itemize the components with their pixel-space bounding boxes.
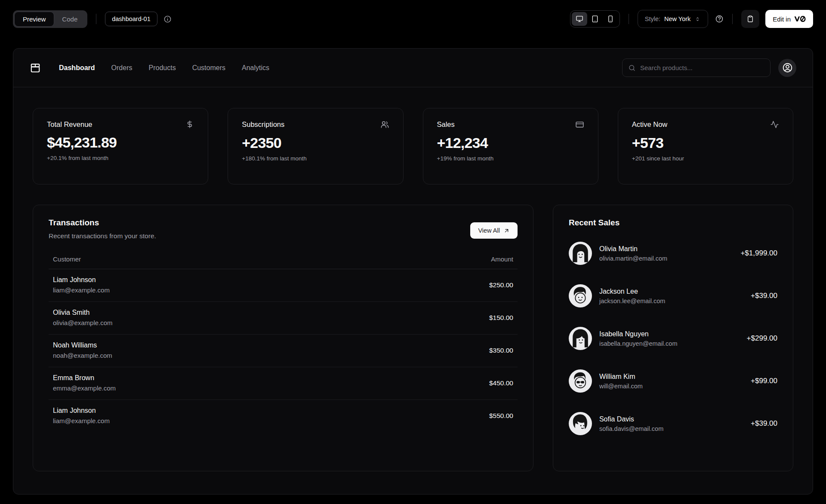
sale-amount: +$1,999.00 — [740, 249, 777, 258]
sale-customer-name: Olivia Martin — [599, 245, 667, 253]
v0-logo-icon — [794, 16, 806, 22]
arrow-up-right-icon — [503, 227, 510, 234]
search-box — [622, 58, 771, 77]
sale-customer-email: will@email.com — [599, 383, 643, 390]
table-row[interactable]: Olivia Smith olivia@example.com $150.00 — [49, 302, 518, 335]
customer-name: Emma Brown — [53, 374, 116, 382]
toolbar-right: Style: New York Edit in — [570, 10, 813, 28]
block-name-badge[interactable]: dashboard-01 — [105, 12, 157, 26]
transactions-description: Recent transactions from your store. — [49, 232, 156, 240]
stat-change: +201 since last hour — [632, 155, 779, 162]
stat-value: +573 — [632, 135, 779, 151]
stat-title: Subscriptions — [242, 120, 284, 129]
preview-frame: Dashboard Orders Products Customers Anal… — [13, 48, 813, 495]
avatar — [569, 412, 592, 435]
column-customer: Customer — [53, 255, 81, 263]
table-row[interactable]: Noah Williams noah@example.com $350.00 — [49, 335, 518, 367]
activity-icon — [770, 120, 779, 129]
table-header-row: Customer Amount — [49, 255, 518, 269]
customer-name: Olivia Smith — [53, 309, 113, 317]
list-item[interactable]: William Kim will@email.com +$99.00 — [569, 369, 777, 393]
stat-cards: Total Revenue $45,231.89 +20.1% from las… — [33, 108, 793, 184]
tablet-icon[interactable] — [587, 12, 603, 26]
stat-title: Sales — [437, 120, 455, 129]
list-item[interactable]: Jackson Lee jackson.lee@email.com +$39.0… — [569, 284, 777, 307]
list-item[interactable]: Isabella Nguyen isabella.nguyen@email.co… — [569, 327, 777, 350]
transaction-amount: $350.00 — [489, 347, 513, 354]
transactions-title: Transactions — [49, 218, 156, 227]
stat-card-total-revenue: Total Revenue $45,231.89 +20.1% from las… — [33, 108, 208, 184]
code-tab[interactable]: Code — [54, 12, 86, 26]
sale-customer-name: Jackson Lee — [599, 288, 665, 295]
dashboard-content: Total Revenue $45,231.89 +20.1% from las… — [13, 87, 813, 471]
nav-link-customers[interactable]: Customers — [192, 64, 225, 72]
sale-customer-name: William Kim — [599, 373, 643, 381]
recent-sales-title: Recent Sales — [569, 218, 777, 227]
dollar-sign-icon — [185, 120, 194, 129]
stat-change: +19% from last month — [437, 155, 584, 162]
help-circle-icon[interactable] — [715, 15, 724, 23]
main-grid: Transactions Recent transactions from yo… — [33, 205, 793, 471]
credit-card-icon — [575, 120, 584, 129]
transaction-amount: $250.00 — [489, 281, 513, 289]
device-toggle-group — [570, 10, 620, 28]
customer-email: liam@example.com — [53, 286, 110, 294]
info-circle-icon[interactable] — [163, 15, 172, 23]
package-icon[interactable] — [30, 62, 41, 74]
view-all-button[interactable]: View All — [470, 222, 518, 239]
stat-title: Active Now — [632, 120, 668, 129]
transaction-amount: $150.00 — [489, 314, 513, 322]
list-item[interactable]: Olivia Martin olivia.martin@email.com +$… — [569, 242, 777, 265]
table-row[interactable]: Liam Johnson liam@example.com $550.00 — [49, 400, 518, 432]
edit-in-v0-button[interactable]: Edit in — [765, 10, 813, 28]
search-icon — [628, 64, 636, 72]
view-all-label: View All — [478, 227, 500, 234]
clipboard-icon[interactable] — [741, 10, 759, 28]
smartphone-icon[interactable] — [603, 12, 618, 26]
customer-name: Liam Johnson — [53, 407, 110, 415]
transactions-panel: Transactions Recent transactions from yo… — [33, 205, 533, 471]
navbar-right — [622, 58, 796, 77]
transactions-table: Customer Amount Liam Johnson liam@exampl… — [49, 255, 518, 432]
stat-card-subscriptions: Subscriptions +2350 +180.1% from last mo… — [228, 108, 403, 184]
stat-change: +180.1% from last month — [242, 155, 389, 162]
sale-customer-email: jackson.lee@email.com — [599, 298, 665, 304]
stat-title: Total Revenue — [47, 120, 92, 129]
customer-email: emma@example.com — [53, 384, 116, 392]
sale-amount: +$299.00 — [747, 334, 777, 343]
nav-links: Dashboard Orders Products Customers Anal… — [59, 64, 269, 72]
nav-link-dashboard[interactable]: Dashboard — [59, 64, 95, 72]
list-item[interactable]: Sofia Davis sofia.davis@email.com +$39.0… — [569, 412, 777, 435]
table-row[interactable]: Emma Brown emma@example.com $450.00 — [49, 367, 518, 400]
stat-value: +12,234 — [437, 135, 584, 151]
nav-link-analytics[interactable]: Analytics — [242, 64, 269, 72]
sale-customer-name: Isabella Nguyen — [599, 330, 678, 338]
stat-value: +2350 — [242, 135, 389, 151]
customer-name: Liam Johnson — [53, 276, 110, 284]
style-select[interactable]: Style: New York — [638, 10, 709, 28]
avatar — [569, 284, 592, 307]
stat-change: +20.1% from last month — [47, 155, 194, 161]
preview-tab[interactable]: Preview — [15, 12, 54, 26]
sale-amount: +$99.00 — [751, 377, 777, 385]
recent-sales-panel: Recent Sales Olivia Martin olivia.martin… — [553, 205, 793, 471]
view-toggle-group: Preview Code — [13, 10, 87, 28]
top-toolbar: Preview Code dashboard-01 Style: New Yor… — [13, 9, 813, 29]
sale-amount: +$39.00 — [751, 419, 777, 428]
chevrons-up-down-icon — [694, 16, 701, 22]
customer-name: Noah Williams — [53, 341, 112, 349]
search-input[interactable] — [640, 64, 764, 71]
toolbar-divider — [732, 14, 733, 24]
style-label: Style: — [645, 15, 660, 22]
user-circle-icon[interactable] — [778, 59, 796, 77]
nav-link-orders[interactable]: Orders — [111, 64, 133, 72]
sale-customer-email: olivia.martin@email.com — [599, 255, 667, 262]
table-row[interactable]: Liam Johnson liam@example.com $250.00 — [49, 269, 518, 302]
desktop-icon[interactable] — [572, 12, 587, 26]
edit-button-label: Edit in — [773, 15, 791, 23]
column-amount: Amount — [491, 255, 513, 263]
sale-customer-email: isabella.nguyen@email.com — [599, 340, 678, 347]
stat-card-sales: Sales +12,234 +19% from last month — [423, 108, 598, 184]
users-icon — [380, 120, 389, 129]
nav-link-products[interactable]: Products — [148, 64, 176, 72]
